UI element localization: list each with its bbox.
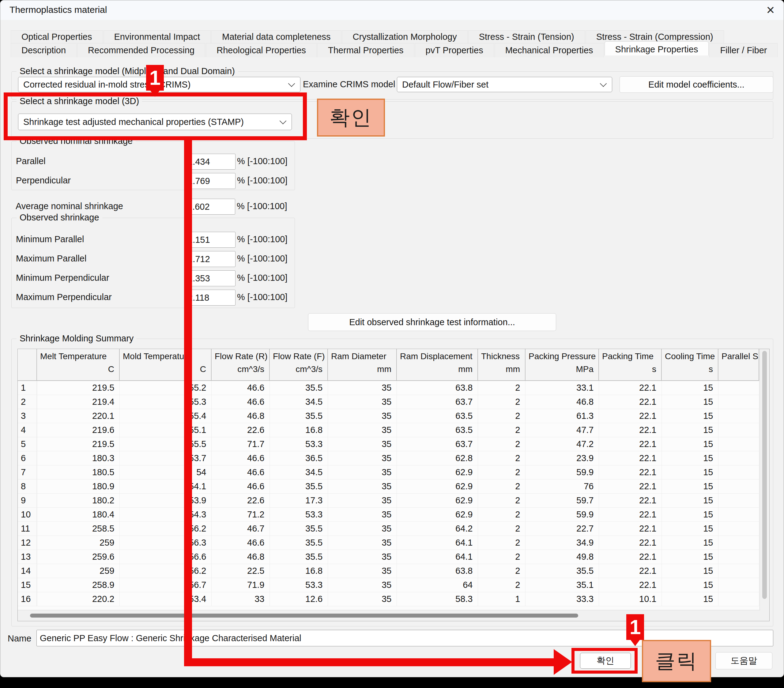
column-header-cooling-time: Cooling Times xyxy=(662,349,718,380)
table-row[interactable]: 15258.956.771.953.33564235.122.115 xyxy=(18,578,759,592)
table-row[interactable]: 4219.655.122.616.83563.5247.722.115 xyxy=(18,423,759,437)
annotation-arrow-horizontal-line xyxy=(184,658,554,666)
perpendicular-input[interactable]: 1.769 xyxy=(184,173,236,189)
cell-value: 1 xyxy=(478,592,525,606)
cell-value: 22.1 xyxy=(599,380,662,395)
tab-stress-strain-tension-[interactable]: Stress - Strain (Tension) xyxy=(468,30,585,43)
column-header-flow-rate-r-: Flow Rate (R)cm^3/s xyxy=(211,349,270,380)
field-label: Maximum Perpendicular xyxy=(16,292,112,302)
name-label: Name xyxy=(8,634,31,644)
tab-shrinkage-properties[interactable]: Shrinkage Properties xyxy=(604,41,709,56)
cell-value: 259 xyxy=(37,564,119,578)
cell-value: 54.1 xyxy=(119,479,211,494)
table-row[interactable]: 13259.656.646.835.53564.1249.822.115 xyxy=(18,550,759,564)
cell-value: 10.1 xyxy=(599,592,662,606)
edit-model-coefficients-button[interactable]: Edit model coefficients... xyxy=(619,76,773,93)
tab-pvt-properties[interactable]: pvT Properties xyxy=(415,43,494,57)
cell-value: 180.4 xyxy=(37,508,119,522)
table-row[interactable]: 2219.455.346.634.53563.7246.822.115 xyxy=(18,395,759,409)
tab-crystallization-morphology[interactable]: Crystallization Morphology xyxy=(342,30,468,43)
close-icon[interactable]: × xyxy=(762,2,779,18)
cell-value: 22.1 xyxy=(599,409,662,423)
table-row[interactable]: 1219.555.246.635.53563.8233.122.115 xyxy=(18,380,759,395)
maximum-parallel-input[interactable]: 1.712 xyxy=(184,251,236,267)
tab-optical-properties[interactable]: Optical Properties xyxy=(11,30,103,43)
cell-value: 22.1 xyxy=(599,536,662,550)
cell-value: 53.3 xyxy=(270,508,328,522)
tab-thermal-properties[interactable]: Thermal Properties xyxy=(317,43,414,57)
annotation-highlight-box-ok-button xyxy=(572,648,637,673)
shrinkage-summary-table[interactable]: Melt TemperatureCMold TemperatureCFlow R… xyxy=(18,349,769,621)
cell-value: 219.5 xyxy=(37,380,119,395)
vertical-scrollbar[interactable] xyxy=(759,349,769,621)
table-row[interactable]: 8180.954.146.635.53562.927622.115 xyxy=(18,479,759,494)
cell-value: 36.5 xyxy=(270,451,328,466)
horizontal-scrollbar[interactable] xyxy=(18,610,760,621)
cell-value: 33.3 xyxy=(525,592,599,606)
cell-value: 35 xyxy=(328,380,397,395)
table-row[interactable]: 10180.454.371.253.33562.9259.922.115 xyxy=(18,508,759,522)
vertical-scrollbar-thumb[interactable] xyxy=(762,351,767,599)
parallel-input[interactable]: 1.434 xyxy=(184,154,236,170)
cell-value: 16.8 xyxy=(270,423,328,437)
edit-observed-shrinkage-button[interactable]: Edit observed shrinkage test information… xyxy=(308,313,556,331)
table-row[interactable]: 7180.55446.634.53562.9259.922.115 xyxy=(18,466,759,479)
tab-environmental-impact[interactable]: Environmental Impact xyxy=(104,30,211,43)
tab-mechanical-properties[interactable]: Mechanical Properties xyxy=(494,43,604,57)
cell-value: 35 xyxy=(328,564,397,578)
cell-value: 56.3 xyxy=(119,536,211,550)
cell-value: 55.3 xyxy=(119,395,211,409)
cell-value: 180.2 xyxy=(37,494,119,508)
cell-value xyxy=(718,466,759,479)
table-row[interactable]: 3220.155.446.835.53563.5261.322.115 xyxy=(18,409,759,423)
horizontal-scrollbar-thumb[interactable] xyxy=(30,614,578,617)
row-number: 13 xyxy=(18,550,37,564)
field-label: Minimum Perpendicular xyxy=(16,273,109,283)
cell-value: 35 xyxy=(328,536,397,550)
row-number: 16 xyxy=(18,592,37,606)
cell-value: 2 xyxy=(478,494,525,508)
cell-value: 2 xyxy=(478,564,525,578)
cell-value: 219.5 xyxy=(37,437,119,451)
group-label: Observed shrinkage xyxy=(16,212,102,222)
flow-fiber-set-select[interactable]: Default Flow/Fiber set xyxy=(397,77,612,92)
cell-value xyxy=(718,592,759,606)
cell-value: 53.4 xyxy=(119,592,211,606)
tab-filler-fiber[interactable]: Filler / Fiber xyxy=(709,43,777,57)
cell-value: 55.2 xyxy=(119,380,211,395)
cell-value: 180.9 xyxy=(37,479,119,494)
cell-value: 35.5 xyxy=(270,550,328,564)
cell-value: 35 xyxy=(328,550,397,564)
cell-value xyxy=(718,380,759,395)
tab-rheological-properties[interactable]: Rheological Properties xyxy=(206,43,317,57)
annotation-confirm-callout: 확인 xyxy=(317,99,385,137)
table-row[interactable]: 5219.555.571.753.33563.7247.222.115 xyxy=(18,437,759,451)
minimum-parallel-input[interactable]: 1.151 xyxy=(184,232,236,248)
table-row[interactable]: 1225956.346.635.53564.1234.922.115 xyxy=(18,536,759,550)
tab-recommended-processing[interactable]: Recommended Processing xyxy=(77,43,205,57)
row-number: 14 xyxy=(18,564,37,578)
cell-value: 62.9 xyxy=(397,479,478,494)
cell-value: 2 xyxy=(478,380,525,395)
annotation-step1-badge-bottom: 1 xyxy=(626,614,644,647)
column-header-flow-rate-f-: Flow Rate (F)cm^3/s xyxy=(270,349,328,380)
tab-description[interactable]: Description xyxy=(11,43,77,57)
cell-value: 22.1 xyxy=(599,494,662,508)
table-row[interactable]: 16220.253.43312.63558.3133.310.115 xyxy=(18,592,759,606)
tab-material-data-completeness[interactable]: Material data completeness xyxy=(211,30,341,43)
table-row[interactable]: 11258.556.246.735.53564.2222.722.115 xyxy=(18,522,759,536)
cell-value: 259 xyxy=(37,536,119,550)
table-row[interactable]: 6180.353.746.636.53562.8223.922.115 xyxy=(18,451,759,466)
table-row[interactable]: 9180.253.922.617.33562.9259.722.115 xyxy=(18,494,759,508)
cell-value: 46.8 xyxy=(211,550,270,564)
tab-row-2: DescriptionRecommended ProcessingRheolog… xyxy=(11,43,774,57)
table-row[interactable]: 1425956.222.516.83563.8235.522.115 xyxy=(18,564,759,578)
cell-value: 64.2 xyxy=(397,522,478,536)
cell-value: 35 xyxy=(328,423,397,437)
maximum-perpendicular-input[interactable]: 2.118 xyxy=(184,290,236,306)
help-button[interactable]: 도움말 xyxy=(715,652,772,669)
cell-value: 49.8 xyxy=(525,550,599,564)
cell-value: 180.3 xyxy=(37,451,119,466)
cell-value xyxy=(718,508,759,522)
minimum-perpendicular-input[interactable]: 1.353 xyxy=(184,270,236,286)
